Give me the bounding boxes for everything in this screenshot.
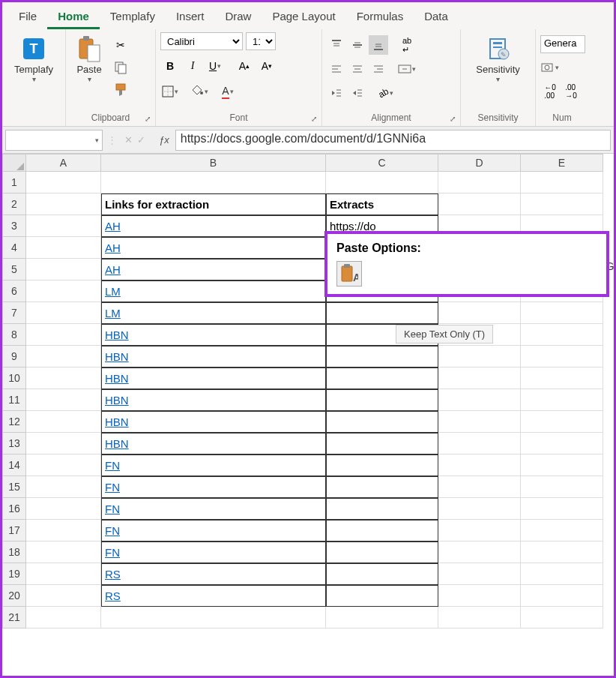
cell-D21[interactable] [438, 607, 521, 628]
font-size-select[interactable]: 11 [246, 32, 276, 50]
font-color-button[interactable]: A ▾ [218, 82, 238, 101]
align-left-button[interactable] [327, 59, 346, 79]
cell-E11[interactable] [521, 389, 603, 411]
cell-A17[interactable] [26, 520, 101, 542]
borders-button[interactable]: ▾ [160, 82, 180, 101]
cell-E12[interactable] [521, 411, 603, 433]
cell-C10[interactable] [326, 368, 438, 389]
col-header-A[interactable]: A [26, 154, 101, 172]
cell-D10[interactable] [438, 368, 521, 389]
cell-C11[interactable] [326, 389, 438, 411]
tab-insert[interactable]: Insert [166, 5, 215, 29]
copy-button[interactable] [111, 58, 130, 77]
cell-C21[interactable] [326, 607, 438, 628]
fx-icon[interactable]: ƒx [153, 134, 175, 146]
cell-B11[interactable]: HBN [101, 389, 326, 411]
cell-E7[interactable] [521, 302, 603, 324]
cell-E8[interactable] [521, 324, 603, 346]
cell-D14[interactable] [438, 454, 521, 476]
decrease-font-button[interactable]: A▾ [257, 56, 277, 76]
cell-E17[interactable] [521, 520, 603, 542]
font-launcher[interactable]: ⤢ [309, 114, 318, 123]
currency-button[interactable]: ▾ [540, 58, 560, 77]
row-header-15[interactable]: 15 [2, 476, 26, 498]
name-box[interactable]: ▾ [5, 130, 103, 151]
cell-A13[interactable] [26, 433, 101, 454]
select-all-corner[interactable] [2, 154, 26, 172]
cell-A20[interactable] [26, 585, 101, 607]
row-header-21[interactable]: 21 [2, 607, 26, 628]
cell-B2[interactable]: Links for extraction [101, 194, 326, 215]
cell-E20[interactable] [521, 585, 603, 607]
align-bottom-button[interactable] [369, 35, 388, 55]
row-header-11[interactable]: 11 [2, 389, 26, 411]
tab-formulas[interactable]: Formulas [346, 5, 414, 29]
cell-B8[interactable]: HBN [101, 324, 326, 346]
cell-A12[interactable] [26, 411, 101, 433]
cancel-formula-button[interactable]: ✕ [124, 134, 133, 146]
cell-E1[interactable] [521, 172, 603, 194]
row-header-4[interactable]: 4 [2, 237, 26, 259]
row-header-1[interactable]: 1 [2, 172, 26, 194]
row-header-14[interactable]: 14 [2, 454, 26, 476]
align-middle-button[interactable] [348, 35, 367, 55]
row-header-12[interactable]: 12 [2, 411, 26, 433]
format-painter-button[interactable] [111, 80, 130, 100]
cell-D19[interactable] [438, 563, 521, 585]
cell-A6[interactable] [26, 280, 101, 302]
cell-A9[interactable] [26, 346, 101, 368]
cell-D17[interactable] [438, 520, 521, 542]
formula-input[interactable]: https://docs.google.com/document/d/1GNNi… [175, 130, 611, 151]
cell-E13[interactable] [521, 433, 603, 454]
cell-A5[interactable] [26, 259, 101, 280]
underline-button[interactable]: U▾ [205, 56, 225, 76]
row-header-6[interactable]: 6 [2, 280, 26, 302]
align-center-button[interactable] [348, 59, 367, 79]
cell-B5[interactable]: AH [101, 259, 326, 280]
cell-D13[interactable] [438, 433, 521, 454]
col-header-E[interactable]: E [521, 154, 603, 172]
font-name-select[interactable]: Calibri [160, 32, 243, 50]
col-header-C[interactable]: C [326, 154, 438, 172]
row-header-10[interactable]: 10 [2, 368, 26, 389]
cell-A2[interactable] [26, 194, 101, 215]
alignment-launcher[interactable]: ⤢ [448, 114, 457, 123]
row-header-17[interactable]: 17 [2, 520, 26, 542]
cell-C15[interactable] [326, 476, 438, 498]
cell-B6[interactable]: LM [101, 280, 326, 302]
decrease-decimal-button[interactable]: .00→0 [561, 82, 581, 101]
cell-E10[interactable] [521, 368, 603, 389]
cell-A11[interactable] [26, 389, 101, 411]
cell-C1[interactable] [326, 172, 438, 194]
tab-page-layout[interactable]: Page Layout [262, 5, 345, 29]
cell-E14[interactable] [521, 454, 603, 476]
wrap-text-button[interactable]: ab↵ [397, 35, 417, 55]
merge-button[interactable]: ▾ [397, 59, 417, 79]
cell-A16[interactable] [26, 498, 101, 520]
cell-C20[interactable] [326, 585, 438, 607]
orientation-button[interactable]: ab▾ [376, 83, 396, 103]
templafy-button[interactable]: T Templafy ▾ [10, 32, 58, 122]
row-header-9[interactable]: 9 [2, 346, 26, 368]
cell-E18[interactable] [521, 542, 603, 563]
tab-file[interactable]: File [8, 5, 47, 29]
cell-C16[interactable] [326, 498, 438, 520]
cell-D2[interactable] [438, 194, 521, 215]
align-top-button[interactable] [327, 35, 346, 55]
cell-E2[interactable] [521, 194, 603, 215]
cell-A4[interactable] [26, 237, 101, 259]
bold-button[interactable]: B [160, 56, 180, 76]
tab-data[interactable]: Data [414, 5, 459, 29]
increase-indent-button[interactable] [348, 83, 367, 103]
row-header-13[interactable]: 13 [2, 433, 26, 454]
cell-A21[interactable] [26, 607, 101, 628]
cell-C17[interactable] [326, 520, 438, 542]
row-header-2[interactable]: 2 [2, 194, 26, 215]
decrease-indent-button[interactable] [327, 83, 346, 103]
cell-E15[interactable] [521, 476, 603, 498]
col-header-D[interactable]: D [438, 154, 521, 172]
cell-A1[interactable] [26, 172, 101, 194]
cell-D1[interactable] [438, 172, 521, 194]
cell-A15[interactable] [26, 476, 101, 498]
increase-font-button[interactable]: A▴ [235, 56, 254, 76]
